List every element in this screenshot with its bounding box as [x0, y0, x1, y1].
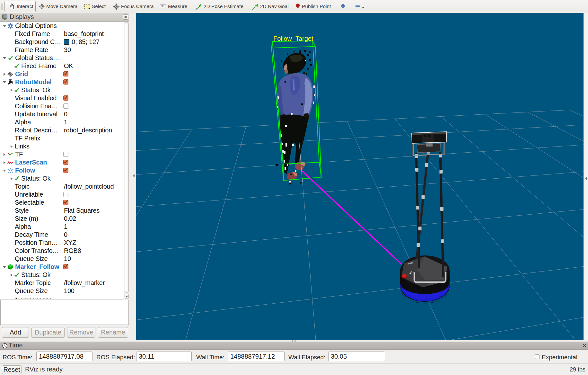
svg-text:Follow_Target: Follow_Target: [273, 35, 313, 42]
